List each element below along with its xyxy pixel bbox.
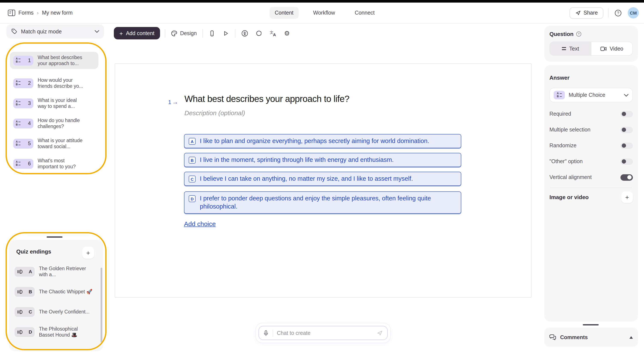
preview-play-icon[interactable] bbox=[221, 29, 230, 38]
ending-item-d[interactable]: D The Philosophical Basset Hound 🎩 bbox=[14, 323, 94, 340]
chat-placeholder: Chat to create bbox=[277, 330, 373, 336]
help-circle-icon[interactable]: ? bbox=[576, 31, 582, 37]
top-bar: Forms › My new form Content Workflow Con… bbox=[0, 3, 644, 24]
ending-item-label: The Philosophical Basset Hound 🎩 bbox=[39, 326, 94, 338]
tab-content[interactable]: Content bbox=[270, 7, 299, 19]
randomize-toggle[interactable] bbox=[620, 142, 633, 149]
choice-b[interactable]: B I live in the moment, sprinting throug… bbox=[184, 153, 461, 167]
plus-icon: + bbox=[120, 30, 123, 36]
mobile-preview-icon[interactable] bbox=[208, 29, 216, 38]
avatar[interactable]: CM bbox=[628, 7, 639, 19]
question-item-label: What's most important to you? bbox=[38, 158, 86, 170]
add-content-label: Add content bbox=[126, 30, 154, 36]
settings-gear-icon[interactable]: ⚙ bbox=[283, 29, 291, 38]
ending-item-c[interactable]: C The Overly Confident... bbox=[14, 303, 94, 320]
question-title[interactable]: What best describes your approach to lif… bbox=[184, 94, 350, 104]
ending-badge: C bbox=[14, 307, 35, 317]
choice-text: I live in the moment, sprinting through … bbox=[200, 156, 394, 164]
header-actions: Share ? CM bbox=[569, 3, 639, 23]
question-list: AB 1 What best describes your approach t… bbox=[0, 52, 109, 175]
question-item-label: What is your ideal way to spend a... bbox=[38, 97, 86, 109]
toggle-label: Vertical alignment bbox=[550, 174, 592, 180]
toolbar-divider bbox=[235, 29, 235, 38]
content-toolbar: + Add content Design bbox=[114, 27, 291, 39]
question-section-title: Question bbox=[550, 31, 574, 37]
vertical-alignment-toggle[interactable] bbox=[620, 174, 633, 180]
comments-label: Comments bbox=[560, 334, 626, 340]
multiple-choice-icon: AB bbox=[557, 93, 562, 98]
quiz-mode-select[interactable]: Match quiz mode bbox=[6, 25, 104, 39]
ending-item-a[interactable]: A The Golden Retriever with a... bbox=[14, 263, 94, 280]
help-button[interactable]: ? bbox=[613, 8, 623, 18]
endings-resize-handle[interactable] bbox=[47, 236, 62, 238]
form-canvas: 1→ What best describes your approach to … bbox=[115, 63, 532, 298]
choice-text: I like to plan and organize everything, … bbox=[200, 137, 429, 145]
accessibility-icon[interactable] bbox=[240, 29, 250, 38]
chat-to-create-bar: Chat to create bbox=[256, 323, 391, 343]
question-item-3[interactable]: AB 3 What is your ideal way to spend a..… bbox=[10, 95, 98, 112]
breadcrumb: Forms › My new form bbox=[8, 3, 72, 23]
question-media-segmented: Text Video bbox=[550, 42, 633, 56]
toolbar-divider bbox=[165, 29, 165, 38]
design-button[interactable]: Design bbox=[170, 28, 198, 38]
svg-text:?: ? bbox=[578, 32, 580, 36]
window-top-strip bbox=[0, 0, 644, 3]
multiple-choice-badge: AB bbox=[554, 91, 565, 99]
multiple-choice-icon: AB bbox=[16, 141, 21, 146]
toggle-label: Multiple selection bbox=[550, 127, 590, 133]
tab-video[interactable]: Video bbox=[591, 42, 632, 55]
choice-c[interactable]: C I believe I can take on anything, no m… bbox=[184, 172, 461, 186]
question-item-5[interactable]: AB 5 What is your attitude toward social… bbox=[10, 135, 98, 152]
toggle-row-randomize: Randomize bbox=[550, 141, 633, 150]
choice-a[interactable]: A I like to plan and organize everything… bbox=[184, 134, 461, 148]
question-item-6[interactable]: AB 6 What's most important to you? bbox=[10, 155, 98, 172]
add-choice-link[interactable]: Add choice bbox=[184, 220, 216, 227]
question-item-2[interactable]: AB 2 How would your friends describe yo.… bbox=[10, 75, 98, 92]
ending-screen-icon bbox=[17, 309, 23, 314]
image-or-video-label: Image or video bbox=[550, 194, 589, 200]
answer-type-select[interactable]: AB Multiple Choice bbox=[550, 88, 633, 102]
toggle-label: Randomize bbox=[550, 143, 576, 149]
video-camera-icon bbox=[600, 46, 607, 51]
send-icon[interactable] bbox=[376, 330, 383, 336]
microphone-icon[interactable] bbox=[263, 329, 269, 336]
multiple-selection-toggle[interactable] bbox=[620, 127, 633, 133]
share-button[interactable]: Share bbox=[569, 7, 603, 19]
breadcrumb-form-name[interactable]: My new form bbox=[42, 10, 72, 16]
add-ending-button[interactable]: + bbox=[82, 247, 94, 259]
comments-resize-handle[interactable] bbox=[583, 324, 599, 325]
multiple-choice-badge: AB 6 bbox=[13, 159, 34, 169]
answer-card: Answer AB Multiple Choice Required Multi… bbox=[544, 65, 638, 321]
choice-d[interactable]: D I prefer to ponder deep questions and … bbox=[184, 191, 461, 214]
multiple-choice-icon: AB bbox=[16, 161, 21, 166]
question-description-placeholder[interactable]: Description (optional) bbox=[184, 109, 245, 117]
multiple-choice-icon: AB bbox=[16, 81, 21, 86]
choice-list: A I like to plan and organize everything… bbox=[184, 134, 461, 228]
other-option-toggle[interactable] bbox=[620, 158, 633, 165]
required-toggle[interactable] bbox=[620, 111, 633, 117]
breadcrumb-forms[interactable]: Forms bbox=[18, 10, 34, 16]
translate-icon[interactable]: 文 A bbox=[268, 29, 278, 38]
add-content-button[interactable]: + Add content bbox=[114, 27, 160, 39]
collapse-up-icon bbox=[630, 336, 633, 338]
ending-badge: D bbox=[14, 327, 35, 337]
multiple-choice-badge: AB 4 bbox=[13, 118, 34, 128]
question-item-4[interactable]: AB 4 How do you handle challenges? bbox=[10, 115, 98, 132]
comments-button[interactable]: Comments bbox=[544, 327, 638, 347]
multiple-choice-badge: AB 3 bbox=[13, 98, 34, 108]
answer-type-label: Multiple Choice bbox=[569, 92, 620, 98]
breadcrumb-separator: › bbox=[37, 10, 38, 16]
settings-panel: Question ? Text bbox=[541, 24, 644, 352]
recall-icon[interactable] bbox=[254, 29, 264, 38]
tab-workflow[interactable]: Workflow bbox=[308, 7, 340, 19]
tab-connect[interactable]: Connect bbox=[350, 7, 380, 19]
add-image-button[interactable]: + bbox=[621, 191, 633, 203]
chat-divider bbox=[272, 329, 273, 336]
tab-text[interactable]: Text bbox=[550, 42, 591, 55]
quiz-endings-panel: Quiz endings + A The Golden Retriever wi… bbox=[9, 240, 103, 351]
question-item-1[interactable]: AB 1 What best describes your approach t… bbox=[10, 52, 98, 69]
ending-item-b[interactable]: B The Chaotic Whippet 🚀 bbox=[14, 283, 94, 300]
chat-input[interactable]: Chat to create bbox=[258, 326, 388, 340]
endings-scrollbar[interactable] bbox=[100, 268, 102, 342]
share-label: Share bbox=[584, 10, 598, 16]
